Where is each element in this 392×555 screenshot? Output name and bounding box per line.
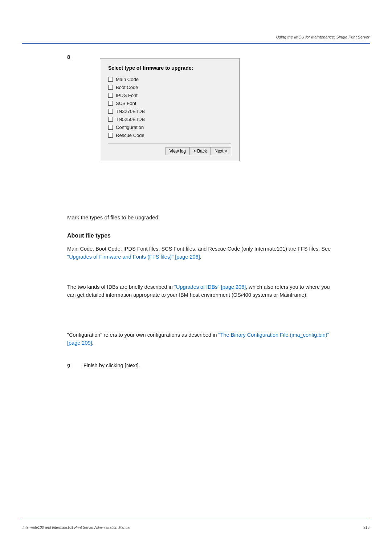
checkbox-row-boot-code: Boot Code [108, 85, 231, 90]
footer-left-text: Intermate100 and Intermate101 Print Serv… [23, 526, 130, 530]
paragraph-1: Main Code, Boot Code, IPDS Font files, S… [67, 245, 332, 261]
checkbox-boot-code[interactable] [108, 85, 113, 90]
para1-link[interactable]: "Upgrades of Firmware and Fonts (FFS fil… [67, 254, 200, 260]
checkbox-scs-font[interactable] [108, 101, 113, 106]
paragraph-2: The two kinds of IDBs are briefly descri… [67, 283, 332, 299]
step-9-text: Finish by clicking [Next]. [83, 362, 140, 368]
checkbox-label-rescue-code: Rescue Code [116, 133, 144, 138]
checkbox-configuration[interactable] [108, 125, 113, 130]
checkbox-label-main-code: Main Code [116, 77, 139, 82]
dialog-buttons: View log < Back Next > [108, 147, 231, 155]
para2-plain-start: The two kinds of IDBs are briefly descri… [67, 284, 174, 290]
checkbox-label-ipds-font: IPDS Font [116, 93, 138, 98]
checkbox-row-rescue-code: Rescue Code [108, 133, 231, 138]
checkbox-label-tn5250e-idb: TN5250E IDB [116, 117, 145, 122]
checkbox-tn3270e-idb[interactable] [108, 109, 113, 114]
firmware-upgrade-dialog: Select type of firmware to upgrade: Main… [100, 58, 240, 161]
para3-end: . [92, 340, 94, 346]
top-rule [22, 43, 370, 44]
para1-end: . [200, 254, 201, 260]
step-8-number: 8 [67, 54, 70, 60]
back-button[interactable]: < Back [189, 147, 211, 155]
checkbox-ipds-font[interactable] [108, 93, 113, 98]
bottom-rule [22, 520, 370, 520]
checkbox-row-tn5250e-idb: TN5250E IDB [108, 117, 231, 122]
checkbox-row-scs-font: SCS Font [108, 101, 231, 106]
para1-plain-text: Main Code, Boot Code, IPDS Font files, S… [67, 246, 331, 252]
checkbox-label-configuration: Configuration [116, 125, 144, 130]
checkbox-label-scs-font: SCS Font [116, 101, 136, 106]
checkbox-rescue-code[interactable] [108, 133, 113, 138]
checkbox-row-ipds-font: IPDS Font [108, 93, 231, 98]
checkbox-main-code[interactable] [108, 77, 113, 82]
checkbox-row-configuration: Configuration [108, 125, 231, 130]
checkbox-row-main-code: Main Code [108, 77, 231, 82]
dialog-title: Select type of firmware to upgrade: [108, 65, 231, 71]
checkbox-label-boot-code: Boot Code [116, 85, 138, 90]
top-header-text: Using the IMCU for Maintenance: Single P… [276, 35, 369, 39]
checkbox-row-tn3270e-idb: TN3270E IDB [108, 109, 231, 114]
footer-page-number: 213 [363, 526, 369, 530]
view-log-button[interactable]: View log [166, 147, 189, 155]
checkbox-tn5250e-idb[interactable] [108, 117, 113, 122]
next-button[interactable]: Next > [211, 147, 231, 155]
paragraph-3: "Configuration" refers to your own confi… [67, 331, 332, 347]
checkbox-label-tn3270e-idb: TN3270E IDB [116, 109, 145, 114]
mark-instruction: Mark the types of files to be upgraded. [67, 214, 160, 220]
dialog-divider [108, 143, 231, 143]
about-file-types-heading: About file types [67, 232, 111, 239]
para2-link[interactable]: "Upgrades of IDBs" [page 208] [174, 284, 246, 290]
step-9-number: 9 [67, 362, 70, 369]
para3-plain-start: "Configuration" refers to your own confi… [67, 332, 219, 338]
page-container: Using the IMCU for Maintenance: Single P… [0, 0, 392, 555]
